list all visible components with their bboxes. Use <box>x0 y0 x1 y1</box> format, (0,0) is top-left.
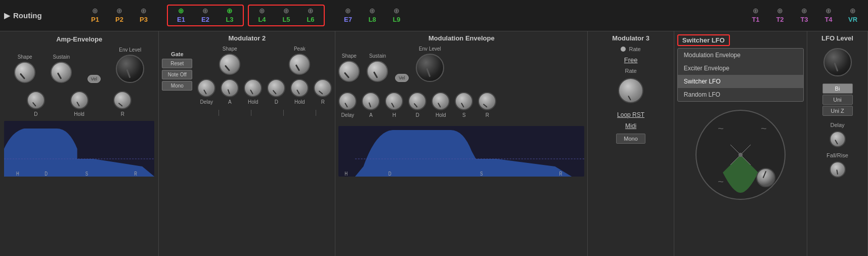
mod-env-sustain-container: Sustain <box>367 53 388 82</box>
slot-t3-label: T3 <box>797 15 811 24</box>
lfo-delay-knob[interactable] <box>830 131 846 147</box>
mod-env-shape-knob[interactable] <box>338 61 360 82</box>
mod2-r-knob[interactable] <box>314 79 332 97</box>
mod-env-s-knob[interactable] <box>455 92 473 110</box>
slot-t3[interactable]: ⊕ T3 <box>793 7 815 24</box>
slot-vr[interactable]: ⊕ VR <box>842 7 864 24</box>
mod2-hold-knob[interactable] <box>244 79 262 97</box>
mod-env-knobs-row2: Delay A H <box>338 92 496 118</box>
main-area: Amp-Envelope Shape Sustain Vel Env Level <box>0 31 868 256</box>
mod-env-h-label: H <box>393 112 396 118</box>
slot-p2[interactable]: ⊕ P2 <box>108 7 131 24</box>
mod-env-vel-button[interactable]: Vel <box>395 74 409 82</box>
red-outline-group-2: ⊕ L4 ⊕ L5 ⊕ L6 <box>248 5 325 26</box>
slot-l9[interactable]: ⊕ L9 <box>385 7 408 24</box>
amp-d-knob[interactable] <box>27 91 45 109</box>
slot-e7-label: E7 <box>341 15 355 24</box>
amp-vel-button[interactable]: Vel <box>88 75 101 83</box>
mod-env-r-container: R <box>478 92 496 118</box>
svg-point-19 <box>739 153 743 157</box>
amp-shape-knob-container: Shape <box>14 54 35 83</box>
mod3-midi-label[interactable]: Midi <box>625 122 636 130</box>
mono-button[interactable]: Mono <box>162 81 192 91</box>
mod2-a-knob[interactable] <box>221 79 239 97</box>
mod-env-a-knob[interactable] <box>362 92 380 110</box>
mod2-knobs-row1: Shape Peak <box>197 46 332 75</box>
slot-e2[interactable]: ⊕ E2 <box>194 7 216 24</box>
mod-env-s-container: S <box>455 92 473 118</box>
lfo-level-knob[interactable] <box>823 48 852 76</box>
amp-shape-label: Shape <box>18 54 32 60</box>
mod-env-d-knob[interactable] <box>408 92 426 110</box>
slot-l8[interactable]: ⊕ L8 <box>361 7 383 24</box>
mod-env-hold2-knob[interactable] <box>431 92 450 110</box>
uni-button[interactable]: Uni <box>822 95 853 105</box>
switcher-dropdown[interactable]: Modulation Envelope Exciter Envelope Swi… <box>677 48 804 102</box>
mod2-peak-knob[interactable] <box>289 54 310 75</box>
slot-l3[interactable]: ⊕ L3 <box>219 7 241 24</box>
mod3-rate-header: Rate <box>621 46 640 52</box>
mod2-peak-label: Peak <box>294 46 306 52</box>
slot-e7[interactable]: ⊕ E7 <box>337 7 359 24</box>
note-off-button[interactable]: Note Off <box>162 70 192 79</box>
amp-env-level-knob[interactable] <box>116 55 144 83</box>
mod-env-shape-container: Shape <box>338 53 360 82</box>
mod2-hold2-knob[interactable] <box>290 79 309 97</box>
svg-text:S: S <box>480 171 483 177</box>
mod2-hold-label: Hold <box>248 99 258 105</box>
mod2-top-area: Gate Reset Note Off Mono Shape Peak <box>162 46 332 109</box>
amp-hold-container: Hold <box>70 91 89 117</box>
mod-env-sustain-knob[interactable] <box>367 61 388 82</box>
svg-text:D: D <box>45 171 48 177</box>
slot-p1[interactable]: ⊕ P1 <box>84 7 106 24</box>
e7-l8-l9-group: ⊕ E7 ⊕ L8 ⊕ L9 <box>337 7 408 24</box>
mod2-knobs-area: Shape Peak <box>197 46 332 109</box>
dropdown-item-random-lfo[interactable]: Random LFO <box>678 88 803 101</box>
mod-env-delay-knob[interactable] <box>338 92 357 110</box>
bi-button[interactable]: Bi <box>822 83 853 94</box>
slot-l6[interactable]: ⊕ L6 <box>299 7 322 24</box>
lfo-delay-label: Delay <box>830 122 844 128</box>
uni-z-button[interactable]: Uni Z <box>822 106 853 116</box>
dropdown-item-mod-envelope[interactable]: Modulation Envelope <box>678 49 803 62</box>
slot-t4[interactable]: ⊕ T4 <box>817 7 840 24</box>
slot-p3[interactable]: ⊕ P3 <box>133 7 155 24</box>
routing-label[interactable]: ▶ Routing <box>4 11 80 20</box>
mod-env-level-knob[interactable] <box>416 54 444 82</box>
dropdown-item-exciter-envelope[interactable]: Exciter Envelope <box>678 62 803 75</box>
amp-sustain-knob[interactable] <box>51 62 72 83</box>
mod-env-shape-label: Shape <box>342 53 357 59</box>
slot-e1[interactable]: ⊕ E1 <box>170 7 192 24</box>
slot-l5[interactable]: ⊕ L5 <box>275 7 297 24</box>
mod2-d-knob[interactable] <box>267 79 285 97</box>
mod3-mono-button[interactable]: Mono <box>616 134 645 144</box>
mod2-shape-knob[interactable] <box>219 54 240 75</box>
slot-l5-label: L5 <box>279 15 293 24</box>
mod3-rate-knob[interactable] <box>618 78 643 103</box>
t-slots-group: ⊕ T1 ⊕ T2 ⊕ T3 ⊕ T4 ⊕ VR <box>745 7 864 24</box>
amp-hold-knob[interactable] <box>70 91 89 109</box>
mod-env-r-knob[interactable] <box>478 92 496 110</box>
slot-t1[interactable]: ⊕ T1 <box>745 7 767 24</box>
slot-l4[interactable]: ⊕ L4 <box>251 7 273 24</box>
fall-rise-knob[interactable] <box>830 161 846 178</box>
drag-e2: ⊕ <box>202 7 208 15</box>
mod3-free-label[interactable]: Free <box>624 56 638 64</box>
slot-t2[interactable]: ⊕ T2 <box>769 7 791 24</box>
amp-shape-knob[interactable] <box>14 62 35 83</box>
gate-section: Gate Reset Note Off Mono <box>162 51 192 91</box>
slot-e2-label: E2 <box>198 15 212 24</box>
mod3-rate-led <box>621 47 626 52</box>
amp-r-knob[interactable] <box>113 91 132 109</box>
mod3-loop-rst-label[interactable]: Loop RST <box>617 111 644 118</box>
slot-vr-label: VR <box>845 15 860 24</box>
amp-envelope-panel: Amp-Envelope Shape Sustain Vel Env Level <box>0 31 159 256</box>
mod-env-h-knob[interactable] <box>385 92 403 110</box>
reset-button[interactable]: Reset <box>162 59 192 68</box>
mod-env-content: Shape Sustain Vel <box>338 46 584 122</box>
amp-env-level-label: Env Level <box>119 47 141 53</box>
modulator3-panel: Modulator 3 Rate Free Rate Loop RST Midi… <box>588 31 674 256</box>
dropdown-item-switcher-lfo[interactable]: Switcher LFO <box>678 75 803 88</box>
slot-l4-label: L4 <box>255 15 269 24</box>
mod2-delay-knob[interactable] <box>197 79 215 97</box>
